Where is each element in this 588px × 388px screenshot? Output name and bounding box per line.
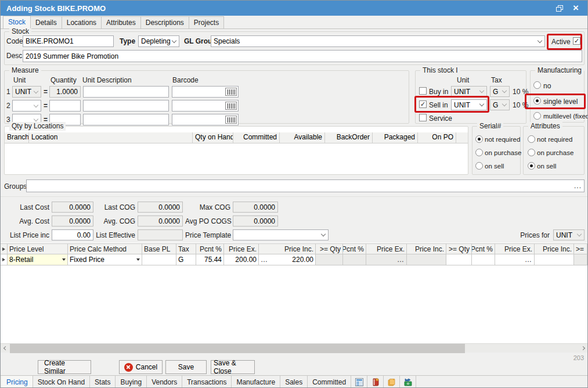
scrollbar-thumb[interactable] [10, 344, 465, 353]
measure-desc-input-3[interactable] [83, 114, 169, 125]
barcode-icon[interactable] [225, 116, 237, 124]
price-ex-cell-3[interactable]: … [495, 254, 535, 265]
price-calc-method-cell[interactable]: Fixed Price [68, 254, 142, 265]
sell-in-checkbox[interactable] [419, 100, 427, 108]
measure-unit-header: Unit [13, 76, 26, 84]
row-marker-icon [2, 258, 5, 261]
tab-committed[interactable]: Committed [308, 376, 351, 388]
sell-tax-select[interactable]: G [490, 99, 510, 110]
manufacturing-multi-label: multilevel (fixed) [543, 113, 588, 120]
list-price-inc-input[interactable]: 0.00 [52, 229, 93, 240]
code-input[interactable]: BIKE.PROMO1 [23, 35, 114, 47]
serial-on-purchase-radio[interactable] [475, 149, 483, 156]
tab-descriptions[interactable]: Descriptions [140, 16, 189, 28]
this-stock-unit-header: Unit [457, 76, 469, 84]
price-inc-cell-3[interactable] [535, 254, 574, 265]
buy-in-checkbox[interactable] [419, 87, 427, 95]
measure-unitdesc-header: Unit Description [82, 76, 132, 84]
price-grid-row: 8-Retail Fixed Price G 75.44 200.00 …220… [1, 254, 587, 265]
buy-unit-select[interactable]: UNIT [451, 86, 487, 97]
tab-attributes[interactable]: Attributes [101, 16, 141, 28]
promotion-tab-button[interactable] [400, 376, 416, 388]
tab-buying[interactable]: Buying [116, 376, 147, 388]
barcode-icon[interactable] [225, 102, 237, 110]
service-checkbox[interactable] [419, 114, 427, 121]
price-ex-cell[interactable]: 200.00 [224, 254, 259, 265]
cancel-button[interactable]: Cancel [119, 360, 163, 374]
stock-groupbox-legend: Stock [9, 27, 31, 36]
tab-details[interactable]: Details [30, 16, 62, 28]
attributes-on-purchase-radio[interactable] [528, 149, 535, 156]
save-close-button[interactable]: Save & Close [211, 360, 255, 374]
type-select[interactable]: Depleting [138, 35, 179, 47]
tab-locations[interactable]: Locations [62, 16, 102, 28]
ge-qty-cell-3[interactable] [446, 254, 472, 265]
measure-barcode-input-2[interactable] [172, 100, 239, 112]
measure-qty-input-2[interactable] [49, 100, 81, 112]
measure-qty-input-1: 1.0000 [49, 86, 81, 98]
gl-group-select[interactable]: Specials [211, 35, 545, 47]
tab-vendors[interactable]: Vendors [147, 376, 182, 388]
tab-stock-on-hand[interactable]: Stock On Hand [33, 376, 90, 388]
copy-documents-tab-button[interactable] [384, 376, 400, 388]
col-price-ex: Price Ex. [224, 243, 259, 254]
create-similar-button[interactable]: Create Similar [38, 360, 91, 374]
avg-cog-value: 0.0000 [158, 217, 180, 225]
tab-pricing[interactable]: Pricing [2, 376, 33, 388]
serial-on-sell-radio[interactable] [475, 162, 483, 170]
groups-input[interactable]: ... [26, 179, 585, 192]
tab-stats[interactable]: Stats [90, 376, 116, 388]
manufacturing-single-radio[interactable] [533, 97, 541, 105]
window-controls [551, 1, 584, 16]
price-template-select[interactable] [233, 229, 329, 240]
title-bar: Adding Stock BIKE.PROMO [1, 1, 587, 16]
attributes-not-required-radio[interactable] [528, 135, 535, 143]
pcnt-cell-3[interactable] [472, 254, 495, 265]
measure-unit-select-2[interactable] [12, 100, 41, 112]
price-level-cell[interactable]: 8-Retail [8, 254, 68, 265]
tax-cell[interactable]: G [176, 254, 196, 265]
prices-for-select[interactable]: UNIT [553, 229, 585, 240]
desc-input[interactable]: 2019 Summer Bike Promotion [23, 50, 582, 62]
measure-unit-select-1[interactable]: UNIT [12, 86, 41, 98]
price-ex-ellipsis-button-3[interactable]: … [525, 256, 532, 264]
price-ex-ellipsis-button[interactable]: … [261, 256, 268, 264]
tab-manufacture[interactable]: Manufacture [232, 376, 280, 388]
report-form-tab-button[interactable] [351, 376, 367, 388]
tab-sales[interactable]: Sales [280, 376, 308, 388]
tab-projects[interactable]: Projects [189, 16, 224, 28]
row-marker-header [1, 243, 8, 254]
scroll-left-button[interactable] [1, 344, 10, 353]
manufacturing-multi-radio[interactable] [533, 112, 541, 120]
dropdown-arrow-icon[interactable] [62, 258, 66, 261]
manufacturing-no-radio[interactable] [533, 81, 541, 89]
measure-barcode-input-1[interactable] [172, 86, 239, 98]
price-book-tab-button[interactable] [367, 376, 384, 388]
sell-unit-select[interactable]: UNIT [451, 99, 487, 110]
restore-window-button[interactable] [551, 2, 568, 15]
measure-row-number: 1 [6, 88, 10, 96]
base-pl-cell[interactable] [142, 254, 176, 265]
close-window-button[interactable] [568, 2, 584, 15]
attributes-on-sell-radio[interactable] [528, 162, 535, 170]
price-ex-ellipsis-button-2[interactable]: … [397, 256, 405, 264]
active-checkbox[interactable] [573, 37, 580, 45]
pcnt-cell[interactable]: 75.44 [196, 254, 224, 265]
price-ex-cell-2[interactable]: … [366, 254, 407, 265]
dropdown-arrow-icon[interactable] [136, 258, 140, 261]
measure-desc-input-1[interactable] [83, 86, 169, 98]
barcode-icon[interactable] [225, 88, 237, 96]
price-inc-cell[interactable]: …220.00 [259, 254, 316, 265]
buy-tax-select[interactable]: G [490, 86, 510, 97]
measure-barcode-header: Barcode [172, 76, 199, 84]
serial-not-required-radio[interactable] [475, 135, 483, 143]
measure-desc-input-2[interactable] [83, 100, 169, 112]
measure-barcode-input-3[interactable] [172, 114, 239, 125]
save-button[interactable]: Save [165, 360, 207, 374]
tab-transactions[interactable]: Transactions [182, 376, 232, 388]
groups-ellipsis-button[interactable]: ... [574, 182, 582, 190]
col-packaged: Packaged [373, 132, 418, 143]
scroll-right-button[interactable] [578, 344, 587, 353]
tab-stock[interactable]: Stock [3, 16, 31, 28]
avg-cost-label: Avg. Cost [5, 217, 49, 225]
